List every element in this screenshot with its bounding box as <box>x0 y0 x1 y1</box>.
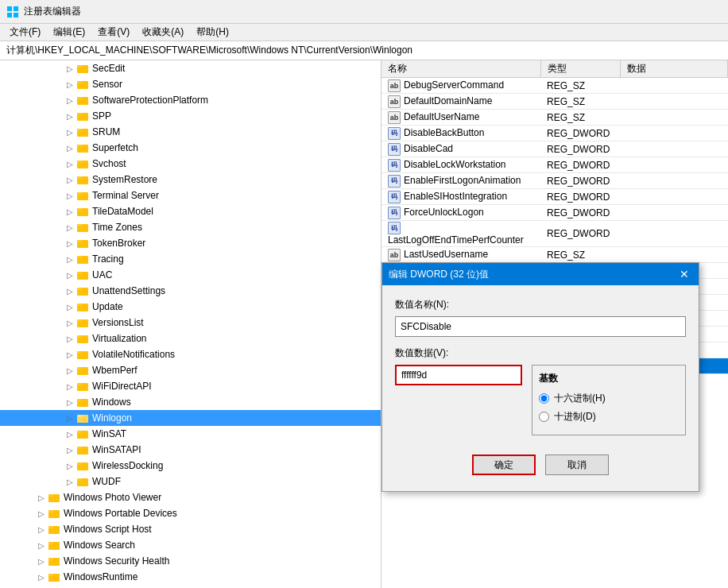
expand-btn[interactable]: ▷ <box>35 507 48 520</box>
tree-item-winsearch[interactable]: ▷ Windows Search <box>0 537 381 553</box>
tree-item-sensor[interactable]: ▷ Sensor <box>0 76 381 92</box>
tree-panel[interactable]: ▷ SecEdit ▷ Sensor ▷ SoftwareProtectionP… <box>0 60 381 588</box>
tree-item-systemrestore[interactable]: ▷ SystemRestore <box>0 172 381 188</box>
expand-btn[interactable]: ▷ <box>35 523 48 536</box>
expand-btn[interactable]: ▷ <box>64 380 76 393</box>
expand-btn[interactable]: ▷ <box>64 427 76 440</box>
table-row[interactable]: abLastUsedUsernameREG_SZ <box>381 247 728 263</box>
table-row[interactable]: 码LastLogOffEndTimePerfCounterREG_DWORD <box>381 221 728 247</box>
expand-btn[interactable]: ▷ <box>64 110 76 122</box>
tree-item-winsechealth[interactable]: ▷ Windows Security Health <box>0 553 381 569</box>
tree-item-winsat[interactable]: ▷ WinSAT <box>0 426 381 442</box>
tree-item-superfetch[interactable]: ▷ Superfetch <box>0 140 381 156</box>
menu-help[interactable]: 帮助(H) <box>190 24 235 41</box>
expand-btn[interactable]: ▷ <box>64 141 76 154</box>
expand-btn[interactable]: ▷ <box>64 94 76 106</box>
table-row[interactable]: abDefaultDomainNameREG_SZ <box>381 94 728 110</box>
expand-btn[interactable]: ▷ <box>64 443 76 456</box>
tree-item-terminalserver[interactable]: ▷ Terminal Server <box>0 188 381 203</box>
tree-item-winscripthost[interactable]: ▷ Windows Script Host <box>0 521 381 537</box>
tree-item-versionslist[interactable]: ▷ VersionsList <box>0 315 381 331</box>
expand-btn[interactable]: ▷ <box>64 332 76 345</box>
tree-item-secedit[interactable]: ▷ SecEdit <box>0 60 381 76</box>
reg-data-cell <box>620 205 728 221</box>
dialog-close-button[interactable]: ✕ <box>676 266 692 282</box>
radio-dec[interactable] <box>539 412 549 422</box>
radio-dec-row[interactable]: 十进制(D) <box>539 410 679 424</box>
tree-item-virtualization[interactable]: ▷ Virtualization <box>0 331 381 346</box>
expand-btn[interactable]: ▷ <box>64 173 76 186</box>
table-row[interactable]: abDefaultUserNameREG_SZ <box>381 110 728 126</box>
folder-icon <box>48 508 60 519</box>
dialog-cancel-button[interactable]: 取消 <box>545 455 609 475</box>
tree-item-volatilenotif[interactable]: ▷ VolatileNotifications <box>0 346 381 362</box>
expand-btn[interactable]: ▷ <box>64 253 76 265</box>
expand-btn[interactable]: ▷ <box>64 316 76 329</box>
table-row[interactable]: 码DisableBackButtonREG_DWORD <box>381 126 728 141</box>
tree-item-timezones[interactable]: ▷ Time Zones <box>0 219 381 235</box>
tree-item-update[interactable]: ▷ Update <box>0 299 381 315</box>
tree-item-unattendsettings[interactable]: ▷ UnattendSettings <box>0 283 381 299</box>
tree-item-wirelessdocking[interactable]: ▷ WirelessDocking <box>0 458 381 474</box>
expand-btn[interactable]: ▷ <box>64 205 76 218</box>
table-row[interactable]: 码EnableFirstLogonAnimationREG_DWORD <box>381 173 728 189</box>
tree-item-uac[interactable]: ▷ UAC <box>0 267 381 283</box>
table-row[interactable]: 码DisableLockWorkstationREG_DWORD <box>381 157 728 173</box>
expand-btn[interactable]: ▷ <box>64 284 76 297</box>
tree-item-wifidirectapi[interactable]: ▷ WiFiDirectAPI <box>0 378 381 394</box>
menu-edit[interactable]: 编辑(E) <box>47 24 91 41</box>
radio-hex[interactable] <box>539 393 549 404</box>
expand-btn[interactable]: ▷ <box>64 396 76 408</box>
tree-item-windowsruntime[interactable]: ▷ WindowsRuntime <box>0 569 381 585</box>
menu-favorites[interactable]: 收藏夹(A) <box>136 24 190 41</box>
radio-hex-row[interactable]: 十六进制(H) <box>539 392 679 405</box>
tree-item-svchost[interactable]: ▷ Svchost <box>0 156 381 172</box>
table-row[interactable]: 码EnableSIHostIntegrationREG_DWORD <box>381 189 728 205</box>
expand-btn[interactable]: ▷ <box>35 571 48 583</box>
expand-btn[interactable]: ▷ <box>35 491 48 504</box>
table-row[interactable]: abDebugServerCommandREG_SZ <box>381 78 728 94</box>
tree-item-softwareprot[interactable]: ▷ SoftwareProtectionPlatform <box>0 92 381 108</box>
expand-btn[interactable]: ▷ <box>64 300 76 313</box>
tree-item-tracing[interactable]: ▷ Tracing <box>0 251 381 267</box>
menu-file[interactable]: 文件(F) <box>3 24 47 41</box>
tree-item-tokenbroker[interactable]: ▷ TokenBroker <box>0 235 381 251</box>
expand-btn[interactable]: ▷ <box>64 348 76 361</box>
expand-btn[interactable]: ▷ <box>64 237 76 250</box>
reg-name-cell: 码EnableFirstLogonAnimation <box>381 173 540 189</box>
tree-item-tiledatamodel[interactable]: ▷ TileDataModel <box>0 203 381 219</box>
expand-btn[interactable]: ▷ <box>64 364 76 377</box>
expand-btn[interactable]: ▷ <box>64 459 76 472</box>
menu-view[interactable]: 查看(V) <box>91 24 136 41</box>
tree-item-windows[interactable]: ▷ Windows <box>0 394 381 410</box>
expand-btn[interactable]: ▷ <box>35 539 48 551</box>
dialog-name-input[interactable] <box>395 316 686 337</box>
table-row[interactable]: 码ForceUnlockLogonREG_DWORD <box>381 205 728 221</box>
dialog-value-input[interactable] <box>395 365 522 385</box>
folder-icon <box>76 206 89 217</box>
expand-btn[interactable]: ▷ <box>64 189 76 202</box>
tree-item-wbemperf[interactable]: ▷ WbemPerf <box>0 362 381 378</box>
expand-btn[interactable]: ▷ <box>64 221 76 234</box>
tree-item-srum[interactable]: ▷ SRUM <box>0 124 381 140</box>
tree-item-winlogon[interactable]: ▷ Winlogon <box>0 410 381 426</box>
tree-item-winsatapi[interactable]: ▷ WinSATAPI <box>0 442 381 458</box>
edit-dword-dialog[interactable]: 编辑 DWORD (32 位)值 ✕ 数值名称(N): 数值数据(V): 基数 … <box>381 262 699 492</box>
expand-btn[interactable]: ▷ <box>64 62 76 75</box>
tree-item-winportabledevices[interactable]: ▷ Windows Portable Devices <box>0 505 381 521</box>
expand-btn[interactable]: ▷ <box>64 269 76 281</box>
reg-data-cell <box>620 94 728 110</box>
tree-item-spp[interactable]: ▷ SPP <box>0 108 381 124</box>
tree-item-winphotoviewer[interactable]: ▷ Windows Photo Viewer <box>0 489 381 505</box>
expand-btn[interactable]: ▷ <box>64 157 76 170</box>
expand-btn[interactable]: ▷ <box>64 412 76 424</box>
expand-btn[interactable]: ▷ <box>35 555 48 567</box>
reg-type-cell: REG_SZ <box>540 247 620 263</box>
dialog-data-row: 基数 十六进制(H) 十进制(D) <box>395 365 686 435</box>
expand-btn[interactable]: ▷ <box>64 475 76 488</box>
dialog-ok-button[interactable]: 确定 <box>472 455 536 475</box>
expand-btn[interactable]: ▷ <box>64 126 76 138</box>
expand-btn[interactable]: ▷ <box>64 78 76 91</box>
table-row[interactable]: 码DisableCadREG_DWORD <box>381 141 728 157</box>
tree-item-wudf[interactable]: ▷ WUDF <box>0 474 381 489</box>
